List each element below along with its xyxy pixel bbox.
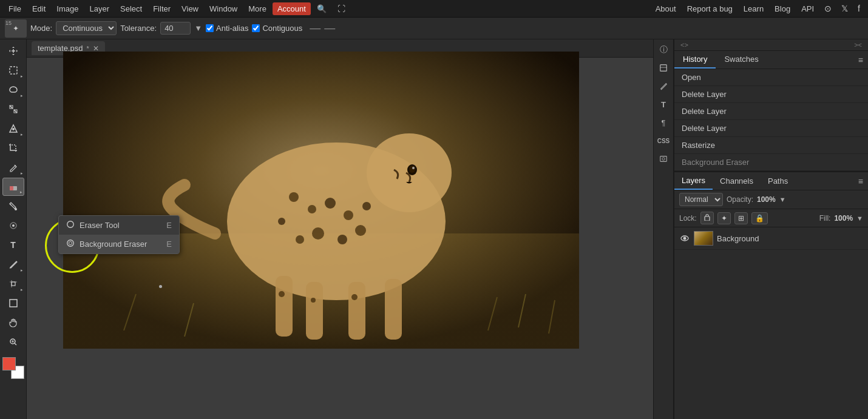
tool-move[interactable]	[2, 42, 24, 60]
tool-shape[interactable]	[2, 294, 24, 312]
tab-layers[interactable]: Layers	[674, 172, 713, 190]
twitter-icon[interactable]: 𝕏	[837, 2, 852, 15]
menu-api[interactable]: API	[796, 2, 819, 15]
svg-rect-30	[276, 276, 293, 337]
css-icon[interactable]: CSS	[655, 133, 672, 149]
collapse-left-arrow[interactable]: <>	[678, 41, 691, 49]
brush-settings-icon[interactable]	[655, 78, 672, 94]
collapse-right-arrow[interactable]: ><	[852, 41, 864, 49]
toolbar-bar: ✦ 15 Mode: Continuous Once Find Edges To…	[0, 18, 868, 39]
lock-all-btn[interactable]: 🔒	[751, 212, 768, 224]
active-tool-icon[interactable]: ✦ 15	[5, 19, 27, 38]
tool-transform2[interactable]: ▸	[2, 275, 24, 293]
antialias-wrap: Anti-alias	[206, 24, 248, 33]
menu-edit[interactable]: Edit	[27, 2, 50, 15]
menu-layer[interactable]: Layer	[85, 2, 115, 15]
search-icon[interactable]: 🔍	[312, 2, 331, 15]
tab-swatches[interactable]: Swatches	[716, 51, 767, 69]
layers-menu-button[interactable]: ≡	[853, 174, 868, 189]
svg-point-17	[308, 205, 316, 213]
main-area: ▸ ▸ ▸ ▸ ▸ T	[0, 39, 868, 419]
tool-eraser[interactable]: ▸	[2, 178, 24, 196]
history-menu-button[interactable]: ≡	[853, 53, 868, 67]
blend-mode-select[interactable]: Normal Multiply Screen Overlay	[679, 193, 723, 206]
tool-crop[interactable]	[2, 139, 24, 157]
fullscreen-icon[interactable]: ⛶	[333, 2, 350, 15]
context-eraser-tool[interactable]: Eraser Tool E	[59, 216, 179, 235]
menu-reportbug[interactable]: Report a bug	[682, 2, 737, 15]
opacity-arrow[interactable]: ▼	[779, 196, 786, 203]
image-canvas	[63, 52, 579, 349]
lock-pixels-btn[interactable]	[700, 212, 714, 224]
foreground-color[interactable]	[2, 357, 16, 370]
history-item-delete2[interactable]: Delete Layer	[674, 103, 868, 120]
lock-move-btn[interactable]: ✦	[717, 212, 731, 224]
left-tool-panel: ▸ ▸ ▸ ▸ ▸ T	[0, 39, 27, 419]
tool-zoom[interactable]	[2, 333, 24, 351]
menu-view[interactable]: View	[177, 2, 203, 15]
svg-point-43	[67, 240, 74, 247]
context-bg-eraser-label: Background Eraser	[80, 240, 147, 249]
text-tool-icon[interactable]: T	[655, 96, 672, 112]
tool-pen[interactable]: ▸	[2, 255, 24, 273]
history-tab-bar: History Swatches ≡	[674, 51, 868, 69]
svg-point-18	[325, 198, 336, 209]
canvas-area: template.psd * ✕	[27, 39, 653, 419]
mode-label: Mode:	[30, 24, 52, 33]
tab-paths[interactable]: Paths	[761, 173, 795, 189]
tab-history[interactable]: History	[674, 51, 716, 69]
menu-account[interactable]: Account	[273, 2, 311, 15]
history-item-bg-eraser[interactable]: Background Eraser	[674, 154, 868, 171]
tolerance-arrow[interactable]: ▼	[194, 24, 202, 33]
tool-lasso[interactable]: ▸	[2, 81, 24, 99]
svg-rect-9	[12, 282, 15, 286]
tool-select-rect[interactable]: ▸	[2, 61, 24, 79]
menu-blog[interactable]: Blog	[770, 2, 795, 15]
antialias-checkbox[interactable]	[206, 24, 214, 32]
tool-paint[interactable]: ▸	[2, 158, 24, 176]
tool-context-menu: Eraser Tool E Background Eraser E	[58, 215, 180, 254]
opacity-value: 100%	[757, 195, 776, 204]
menu-select[interactable]: Select	[115, 2, 147, 15]
menu-file[interactable]: File	[4, 2, 26, 15]
menu-window[interactable]: Window	[205, 2, 242, 15]
tool-fill[interactable]	[2, 197, 24, 215]
lock-artboard-btn[interactable]: ⊞	[734, 212, 748, 224]
tolerance-input[interactable]	[160, 22, 191, 35]
reddit-icon[interactable]: ⊙	[820, 2, 836, 15]
history-item-rasterize[interactable]: Rasterize	[674, 137, 868, 154]
info-panel-icon[interactable]: ⓘ	[655, 42, 672, 58]
tab-channels[interactable]: Channels	[713, 173, 761, 189]
svg-point-42	[67, 221, 74, 228]
layer-item-background[interactable]: Background	[674, 227, 868, 250]
contiguous-checkbox[interactable]	[252, 24, 260, 32]
history-item-delete3[interactable]: Delete Layer	[674, 120, 868, 137]
tool-hand[interactable]	[2, 313, 24, 332]
menu-more[interactable]: More	[243, 2, 271, 15]
paragraph-icon[interactable]: ¶	[655, 115, 672, 130]
tool-transform[interactable]	[2, 100, 24, 118]
menu-image[interactable]: Image	[52, 2, 83, 15]
menu-learn[interactable]: Learn	[739, 2, 768, 15]
menu-filter[interactable]: Filter	[148, 2, 175, 15]
color-swatches[interactable]	[2, 357, 24, 379]
tool-text[interactable]: T	[2, 236, 24, 254]
navigator-icon[interactable]	[655, 60, 672, 76]
history-item-open[interactable]: Open	[674, 69, 868, 86]
context-bg-eraser[interactable]: Background Eraser E	[59, 235, 179, 253]
layers-controls: Normal Multiply Screen Overlay Opacity: …	[674, 190, 868, 209]
svg-point-16	[289, 192, 299, 202]
tool-color-select[interactable]: ▸	[2, 119, 24, 138]
svg-point-6	[15, 208, 17, 210]
menu-about[interactable]: About	[651, 2, 681, 15]
opacity-label: Opacity:	[727, 195, 753, 204]
tolerance-label: Tolerance:	[120, 24, 157, 33]
svg-point-34	[279, 291, 285, 297]
facebook-icon[interactable]: f	[853, 2, 864, 15]
fill-arrow[interactable]: ▼	[856, 215, 863, 222]
image-preview-icon[interactable]	[655, 151, 672, 167]
layer-visibility-toggle[interactable]	[679, 233, 690, 244]
history-item-delete1[interactable]: Delete Layer	[674, 86, 868, 103]
mode-select[interactable]: Continuous Once Find Edges	[56, 21, 117, 35]
tool-blur[interactable]	[2, 216, 24, 235]
